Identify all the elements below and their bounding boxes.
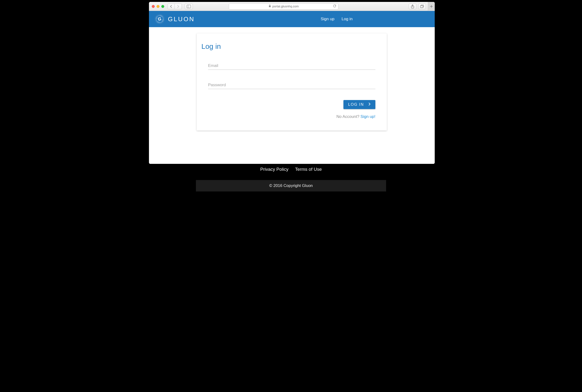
share-button[interactable] [409,4,416,9]
copyright-bar: © 2016 Copyright Gluon [196,180,386,192]
new-tab-button[interactable] [428,2,434,11]
window-zoom-button[interactable] [161,5,164,8]
svg-rect-4 [421,5,424,7]
footer-privacy-link[interactable]: Privacy Policy [260,167,288,172]
login-button-label: LOG IN [348,102,364,107]
password-field[interactable] [208,81,375,89]
reload-icon[interactable] [333,4,336,8]
window-close-button[interactable] [152,5,155,8]
address-bar-host: portal.gluonhq.com [272,4,299,8]
brand[interactable]: G GLUON [155,14,195,24]
safari-window: portal.gluonhq.com [149,2,435,164]
chevron-right-icon [368,102,371,107]
back-button[interactable] [168,4,175,9]
login-card: Log in LOG IN No Account? Sign up! [197,33,387,130]
brand-wordmark: GLUON [168,16,195,23]
svg-rect-3 [411,6,414,8]
brand-logo-icon: G [155,14,165,24]
lock-icon [269,4,271,8]
card-title: Log in [201,42,375,50]
window-controls [151,5,166,8]
primary-nav: Sign up Log in [321,17,429,22]
svg-rect-0 [187,5,191,8]
window-minimize-button[interactable] [157,5,159,8]
brand-logo-letter: G [157,16,163,22]
address-bar[interactable]: portal.gluonhq.com [229,3,338,10]
copyright-text: © 2016 Copyright Gluon [269,184,313,188]
page-viewport: G GLUON Sign up Log in Log in LOG IN [149,11,435,164]
login-button[interactable]: LOG IN [343,100,375,109]
forward-button[interactable] [175,4,182,9]
browser-toolbar: portal.gluonhq.com [149,2,435,11]
no-account-text: No Account? [336,114,360,119]
sidebar-toggle-button[interactable] [185,4,193,9]
nav-login-link[interactable]: Log in [342,17,352,22]
footer-terms-link[interactable]: Terms of Use [295,167,322,172]
no-account-prompt: No Account? Sign up! [336,114,375,119]
page-footer: Privacy Policy Terms of Use © 2016 Copyr… [133,167,449,192]
nav-signup-link[interactable]: Sign up [321,17,335,22]
email-field[interactable] [208,62,375,70]
tabs-overview-button[interactable] [418,4,426,9]
nav-back-forward [168,4,182,9]
site-header: G GLUON Sign up Log in [149,11,435,27]
signup-link[interactable]: Sign up! [361,114,375,119]
svg-rect-2 [269,6,271,7]
svg-rect-5 [420,6,423,8]
